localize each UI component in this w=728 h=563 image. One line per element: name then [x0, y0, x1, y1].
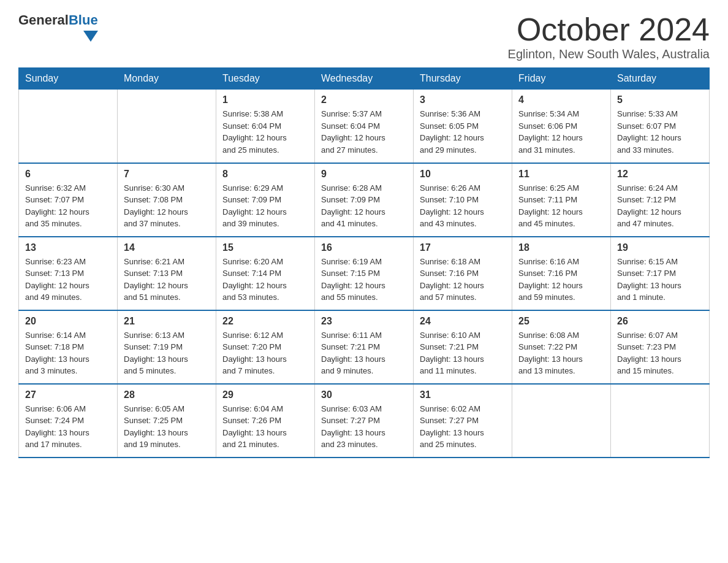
calendar-cell: 15Sunrise: 6:20 AMSunset: 7:14 PMDayligh… [216, 237, 315, 310]
calendar-cell: 12Sunrise: 6:24 AMSunset: 7:12 PMDayligh… [611, 163, 710, 237]
calendar-cell: 14Sunrise: 6:21 AMSunset: 7:13 PMDayligh… [118, 237, 216, 310]
logo-triangle-icon [83, 31, 98, 42]
day-number: 13 [25, 242, 111, 253]
day-number: 12 [617, 169, 703, 180]
day-info: Sunrise: 6:29 AMSunset: 7:09 PMDaylight:… [222, 182, 308, 230]
day-info: Sunrise: 6:02 AMSunset: 7:27 PMDaylight:… [420, 403, 506, 451]
day-info: Sunrise: 6:21 AMSunset: 7:13 PMDaylight:… [124, 256, 210, 304]
calendar-cell: 6Sunrise: 6:32 AMSunset: 7:07 PMDaylight… [19, 163, 118, 237]
day-info: Sunrise: 6:24 AMSunset: 7:12 PMDaylight:… [617, 182, 703, 230]
day-number: 6 [25, 169, 111, 180]
day-info: Sunrise: 6:03 AMSunset: 7:27 PMDaylight:… [321, 403, 407, 451]
day-info: Sunrise: 6:14 AMSunset: 7:18 PMDaylight:… [25, 329, 111, 377]
day-number: 7 [124, 169, 210, 180]
day-number: 31 [420, 389, 506, 400]
day-info: Sunrise: 5:37 AMSunset: 6:04 PMDaylight:… [321, 108, 407, 156]
day-number: 29 [222, 389, 308, 400]
day-number: 10 [420, 169, 506, 180]
calendar-week-row: 27Sunrise: 6:06 AMSunset: 7:24 PMDayligh… [19, 384, 710, 458]
page-header: GeneralBlue October 2024 Eglinton, New S… [18, 12, 710, 61]
day-number: 23 [321, 316, 407, 327]
calendar-cell: 3Sunrise: 5:36 AMSunset: 6:05 PMDaylight… [414, 90, 512, 163]
day-number: 25 [518, 316, 604, 327]
location: Eglinton, New South Wales, Australia [508, 47, 710, 61]
calendar-cell: 30Sunrise: 6:03 AMSunset: 7:27 PMDayligh… [315, 384, 414, 458]
calendar-body: 1Sunrise: 5:38 AMSunset: 6:04 PMDaylight… [19, 90, 710, 458]
calendar-cell: 28Sunrise: 6:05 AMSunset: 7:25 PMDayligh… [118, 384, 216, 458]
calendar-cell: 24Sunrise: 6:10 AMSunset: 7:21 PMDayligh… [414, 310, 512, 384]
day-number: 18 [518, 242, 604, 253]
day-number: 9 [321, 169, 407, 180]
day-number: 26 [617, 316, 703, 327]
day-number: 1 [222, 94, 308, 105]
logo-content: GeneralBlue [18, 12, 98, 42]
day-info: Sunrise: 6:15 AMSunset: 7:17 PMDaylight:… [617, 256, 703, 304]
day-info: Sunrise: 5:33 AMSunset: 6:07 PMDaylight:… [617, 108, 703, 156]
day-of-week-header: Tuesday [216, 68, 315, 90]
calendar-cell: 10Sunrise: 6:26 AMSunset: 7:10 PMDayligh… [414, 163, 512, 237]
day-info: Sunrise: 6:07 AMSunset: 7:23 PMDaylight:… [617, 329, 703, 377]
calendar-cell: 17Sunrise: 6:18 AMSunset: 7:16 PMDayligh… [414, 237, 512, 310]
day-number: 2 [321, 94, 407, 105]
calendar-cell: 25Sunrise: 6:08 AMSunset: 7:22 PMDayligh… [512, 310, 611, 384]
day-info: Sunrise: 6:26 AMSunset: 7:10 PMDaylight:… [420, 182, 506, 230]
day-of-week-header: Thursday [414, 68, 512, 90]
calendar-cell [512, 384, 611, 458]
day-number: 17 [420, 242, 506, 253]
calendar-cell: 11Sunrise: 6:25 AMSunset: 7:11 PMDayligh… [512, 163, 611, 237]
day-info: Sunrise: 6:32 AMSunset: 7:07 PMDaylight:… [25, 182, 111, 230]
day-number: 22 [222, 316, 308, 327]
calendar-week-row: 20Sunrise: 6:14 AMSunset: 7:18 PMDayligh… [19, 310, 710, 384]
day-number: 5 [617, 94, 703, 105]
day-number: 20 [25, 316, 111, 327]
day-info: Sunrise: 5:38 AMSunset: 6:04 PMDaylight:… [222, 108, 308, 156]
day-info: Sunrise: 6:23 AMSunset: 7:13 PMDaylight:… [25, 256, 111, 304]
day-of-week-header: Sunday [19, 68, 118, 90]
calendar-cell: 27Sunrise: 6:06 AMSunset: 7:24 PMDayligh… [19, 384, 118, 458]
calendar-cell: 19Sunrise: 6:15 AMSunset: 7:17 PMDayligh… [611, 237, 710, 310]
day-info: Sunrise: 6:16 AMSunset: 7:16 PMDaylight:… [518, 256, 604, 304]
day-info: Sunrise: 6:10 AMSunset: 7:21 PMDaylight:… [420, 329, 506, 377]
day-number: 28 [124, 389, 210, 400]
calendar-cell: 23Sunrise: 6:11 AMSunset: 7:21 PMDayligh… [315, 310, 414, 384]
title-section: October 2024 Eglinton, New South Wales, … [508, 12, 710, 61]
calendar-week-row: 1Sunrise: 5:38 AMSunset: 6:04 PMDaylight… [19, 90, 710, 163]
day-info: Sunrise: 6:30 AMSunset: 7:08 PMDaylight:… [124, 182, 210, 230]
calendar-cell: 31Sunrise: 6:02 AMSunset: 7:27 PMDayligh… [414, 384, 512, 458]
day-info: Sunrise: 6:18 AMSunset: 7:16 PMDaylight:… [420, 256, 506, 304]
calendar-cell: 9Sunrise: 6:28 AMSunset: 7:09 PMDaylight… [315, 163, 414, 237]
calendar-cell: 21Sunrise: 6:13 AMSunset: 7:19 PMDayligh… [118, 310, 216, 384]
month-title: October 2024 [508, 12, 710, 47]
day-number: 21 [124, 316, 210, 327]
calendar-cell [118, 90, 216, 163]
day-number: 15 [222, 242, 308, 253]
day-info: Sunrise: 6:28 AMSunset: 7:09 PMDaylight:… [321, 182, 407, 230]
day-number: 30 [321, 389, 407, 400]
day-info: Sunrise: 6:06 AMSunset: 7:24 PMDaylight:… [25, 403, 111, 451]
calendar-cell: 29Sunrise: 6:04 AMSunset: 7:26 PMDayligh… [216, 384, 315, 458]
day-info: Sunrise: 5:36 AMSunset: 6:05 PMDaylight:… [420, 108, 506, 156]
calendar-week-row: 6Sunrise: 6:32 AMSunset: 7:07 PMDaylight… [19, 163, 710, 237]
calendar-cell: 26Sunrise: 6:07 AMSunset: 7:23 PMDayligh… [611, 310, 710, 384]
day-info: Sunrise: 6:11 AMSunset: 7:21 PMDaylight:… [321, 329, 407, 377]
calendar-cell [19, 90, 118, 163]
calendar-cell: 1Sunrise: 5:38 AMSunset: 6:04 PMDaylight… [216, 90, 315, 163]
day-info: Sunrise: 6:13 AMSunset: 7:19 PMDaylight:… [124, 329, 210, 377]
calendar-cell: 5Sunrise: 5:33 AMSunset: 6:07 PMDaylight… [611, 90, 710, 163]
day-info: Sunrise: 6:12 AMSunset: 7:20 PMDaylight:… [222, 329, 308, 377]
days-of-week-row: SundayMondayTuesdayWednesdayThursdayFrid… [19, 68, 710, 90]
calendar-cell: 7Sunrise: 6:30 AMSunset: 7:08 PMDaylight… [118, 163, 216, 237]
day-info: Sunrise: 6:19 AMSunset: 7:15 PMDaylight:… [321, 256, 407, 304]
day-of-week-header: Friday [512, 68, 611, 90]
day-info: Sunrise: 6:20 AMSunset: 7:14 PMDaylight:… [222, 256, 308, 304]
day-number: 24 [420, 316, 506, 327]
calendar-cell: 20Sunrise: 6:14 AMSunset: 7:18 PMDayligh… [19, 310, 118, 384]
day-number: 16 [321, 242, 407, 253]
day-number: 19 [617, 242, 703, 253]
day-number: 14 [124, 242, 210, 253]
calendar-cell: 4Sunrise: 5:34 AMSunset: 6:06 PMDaylight… [512, 90, 611, 163]
day-number: 8 [222, 169, 308, 180]
day-info: Sunrise: 6:08 AMSunset: 7:22 PMDaylight:… [518, 329, 604, 377]
calendar-header: SundayMondayTuesdayWednesdayThursdayFrid… [19, 68, 710, 90]
day-info: Sunrise: 6:25 AMSunset: 7:11 PMDaylight:… [518, 182, 604, 230]
